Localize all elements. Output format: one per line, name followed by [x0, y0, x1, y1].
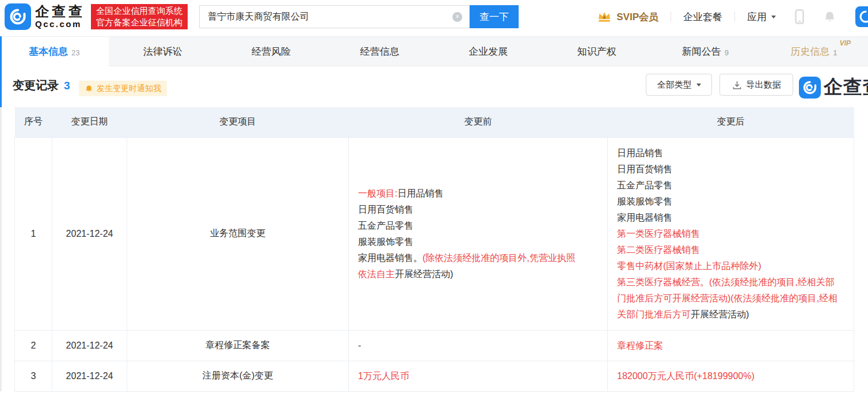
left-track-bar [0, 107, 2, 391]
tab-label: 经营信息 [360, 45, 399, 58]
date-cell: 2021-12-24 [52, 330, 127, 361]
page: 企查查 Qcc.com 全国企业信用查询系统 官方备案企业征信机构 × 查一下 [0, 0, 868, 401]
chevron-down-icon [696, 84, 701, 89]
date-cell: 2021-12-24 [52, 137, 127, 330]
apps-label: 应用 [747, 10, 767, 24]
section-nav: 基本信息 23 法律诉讼 经营风险 经营信息 企业发展 知识产权 新闻公告 9 … [0, 36, 868, 66]
section-title-text: 变更记录 [13, 78, 59, 93]
vip-badge: VIP [840, 39, 851, 47]
brand-text: 企查查 Qcc.com [35, 4, 85, 29]
table-row: 2 2021-12-24 章程修正案备案 - 章程修正案 [15, 330, 854, 361]
after-cell: 章程修正案 [608, 330, 854, 361]
before-cell: 一般项目:日用品销售日用百货销售五金产品零售服装服饰零售家用电器销售。(除依法须… [349, 137, 608, 330]
qcc-logo-icon [5, 3, 31, 30]
after-cell: 182000万元人民币(+18199900%) [608, 361, 854, 391]
chevron-down-icon [771, 16, 776, 21]
section-count: 3 [64, 80, 70, 92]
brand-name-cn: 企查查 [35, 4, 85, 19]
qcc-logo[interactable]: 企查查 Qcc.com [5, 3, 85, 30]
tab-label: 基本信息 [29, 45, 68, 58]
divider [671, 12, 671, 22]
tab-label: 法律诉讼 [143, 45, 182, 58]
col-header-date: 变更日期 [52, 107, 127, 137]
tab-operation-info[interactable]: 经营信息 [326, 37, 435, 66]
search-button[interactable]: 查一下 [470, 5, 519, 28]
divider [734, 12, 735, 22]
tab-count: 23 [71, 48, 79, 57]
package-label: 企业套餐 [683, 10, 722, 24]
before-cell: 1万元人民币 [349, 361, 608, 391]
tab-count: 9 [725, 48, 729, 57]
tab-label: 历史信息 [790, 45, 829, 58]
notify-on-change-button[interactable]: 发生变更时通知我 [79, 81, 167, 96]
change-records-header: 变更记录 3 发生变更时通知我 全部类型 导出数据 [0, 69, 868, 107]
date-cell: 2021-12-24 [52, 361, 127, 391]
tab-label: 知识产权 [577, 45, 616, 58]
notifications-bell-icon[interactable] [823, 10, 836, 24]
tab-label: 企业发展 [469, 45, 508, 58]
tab-operation-risk[interactable]: 经营风险 [217, 37, 326, 66]
before-cell: - [349, 330, 608, 361]
export-label: 导出数据 [747, 80, 781, 90]
seq-cell: 2 [15, 330, 52, 361]
tab-label: 新闻公告 [682, 45, 721, 58]
mobile-app-icon[interactable] [795, 9, 804, 24]
item-cell: 章程修正案备案 [127, 330, 349, 361]
tab-enterprise-development[interactable]: 企业发展 [434, 37, 543, 66]
change-records-table: 序号 变更日期 变更项目 变更前 变更后 1 2021-12-24 业务范围变更… [14, 107, 854, 392]
tab-legal-litigation[interactable]: 法律诉讼 [109, 37, 218, 66]
seq-cell: 1 [15, 137, 52, 330]
left-accent-bar [0, 36, 2, 107]
apps-menu[interactable]: 应用 [747, 10, 776, 24]
after-cell: 日用品销售日用百货销售五金产品零售服装服饰零售家用电器销售第一类医疗器械销售第二… [608, 137, 854, 330]
watermark-text: 企查查 [824, 74, 868, 100]
tab-basic-info[interactable]: 基本信息 23 [0, 37, 109, 66]
table-header-row: 序号 变更日期 变更项目 变更前 变更后 [15, 107, 854, 137]
seq-cell: 3 [15, 361, 52, 391]
col-header-before: 变更前 [349, 107, 608, 137]
enterprise-package-link[interactable]: 企业套餐 [683, 10, 722, 24]
type-filter-dropdown[interactable]: 全部类型 [646, 74, 712, 96]
item-cell: 注册资本(金)变更 [127, 361, 349, 391]
tab-count: 1 [833, 48, 837, 57]
type-filter-label: 全部类型 [657, 80, 692, 90]
qcc-logo-icon [799, 77, 821, 99]
credential-badge: 全国企业信用查询系统 官方备案企业征信机构 [91, 4, 188, 29]
col-header-after: 变更后 [608, 107, 854, 137]
search-group: × 查一下 [199, 5, 519, 28]
tab-label: 经营风险 [252, 45, 291, 58]
clear-search-icon[interactable]: × [452, 12, 462, 22]
table-row: 1 2021-12-24 业务范围变更 一般项目:日用品销售日用百货销售五金产品… [15, 137, 854, 330]
download-icon [732, 80, 742, 90]
tab-intellectual-property[interactable]: 知识产权 [543, 37, 652, 66]
col-header-seq: 序号 [15, 107, 52, 137]
qcc-watermark: 企查查 [799, 74, 868, 100]
item-cell: 业务范围变更 [127, 137, 349, 330]
top-header: 企查查 Qcc.com 全国企业信用查询系统 官方备案企业征信机构 × 查一下 [0, 0, 868, 33]
table-row: 3 2021-12-24 注册资本(金)变更 1万元人民币 182000万元人民… [15, 361, 854, 391]
crown-icon [597, 10, 612, 23]
page-title: 变更记录 3 [13, 78, 70, 93]
svip-link[interactable]: SVIP会员 [597, 10, 658, 24]
user-avatar[interactable] [855, 6, 868, 27]
credential-line2: 官方备案企业征信机构 [96, 17, 182, 28]
col-header-item: 变更项目 [127, 107, 349, 137]
export-data-button[interactable]: 导出数据 [719, 74, 793, 96]
tab-news-announcements[interactable]: 新闻公告 9 [651, 37, 760, 66]
tab-history-info[interactable]: 历史信息 1 VIP [760, 37, 868, 66]
credential-line1: 全国企业信用查询系统 [96, 5, 182, 17]
header-right: SVIP会员 企业套餐 应用 [597, 9, 836, 24]
search-box: × [199, 5, 470, 28]
svip-label: SVIP会员 [616, 10, 658, 24]
notify-label: 发生变更时通知我 [97, 84, 161, 94]
bell-icon [85, 84, 93, 93]
brand-name-en: Qcc.com [35, 19, 85, 29]
search-input[interactable] [200, 6, 469, 28]
